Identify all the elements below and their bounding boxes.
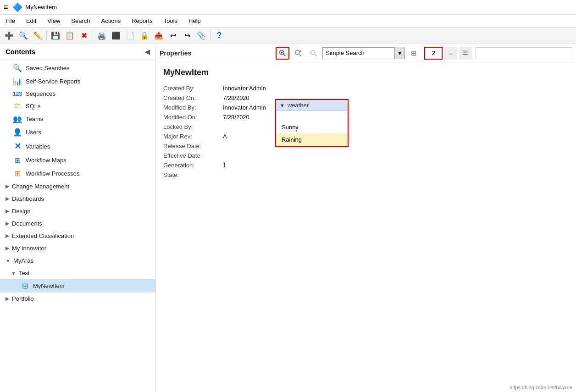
edit-button[interactable]: ✏️ (31, 29, 44, 42)
modified-on-label: Modified On: (163, 114, 223, 121)
search-list-button-2[interactable]: ☰ (459, 47, 472, 60)
dashboards-arrow: ▶ (6, 196, 9, 202)
menu-file[interactable]: File (4, 17, 17, 25)
field-created-on: Created On: 7/28/2020 (163, 94, 569, 101)
design-label: Design (12, 208, 30, 215)
svg-line-1 (283, 54, 286, 56)
section-change-management[interactable]: ▶ Change Management (0, 180, 155, 193)
search-list-button-1[interactable]: ≡ (444, 47, 457, 60)
search-grid-button[interactable]: ⊞ (407, 47, 421, 60)
section-my-aras[interactable]: ▼ MyAras (0, 254, 155, 267)
menu-search[interactable]: Search (69, 17, 92, 25)
menu-actions[interactable]: Actions (100, 17, 123, 25)
add-button[interactable]: ➕ (3, 29, 16, 42)
variables-label: Variables (26, 143, 50, 150)
workflow-maps-label: Workflow Maps (26, 157, 66, 164)
content-area: Properties (156, 44, 576, 392)
sidebar-collapse-button[interactable]: ◀ (145, 48, 150, 55)
extended-classification-arrow: ▶ (6, 233, 9, 239)
search-type-dropdown-arrow[interactable]: ▼ (394, 47, 404, 59)
lock-button[interactable]: 🔒 (138, 29, 151, 42)
field-modified-on: Modified On: 7/28/2020 (163, 114, 569, 121)
field-major-rev: Major Rev: A (163, 133, 569, 140)
dropdown-header-label: weather (288, 102, 309, 109)
redo-button[interactable]: ↪ (181, 29, 194, 42)
sidebar-item-workflow-processes[interactable]: ⊞ Workflow Processes (0, 167, 155, 180)
modified-by-label: Modified By: (163, 104, 223, 111)
search-text-input[interactable] (476, 47, 572, 59)
sidebar-item-saved-searches[interactable]: 🔍 Saved Searches (0, 61, 155, 75)
delete-button[interactable]: ✖ (78, 29, 90, 42)
sidebar-item-variables[interactable]: ✕ Variables (0, 139, 155, 154)
major-rev-value: A (223, 133, 227, 140)
section-design[interactable]: ▶ Design (0, 205, 155, 217)
menu-view[interactable]: View (45, 17, 62, 25)
sqls-label: SQLs (26, 103, 41, 110)
search-run-icon (278, 49, 287, 57)
workflow-processes-icon: ⊞ (13, 169, 22, 178)
dropdown-option-sunny[interactable]: Sunny (276, 121, 348, 133)
sidebar-item-teams[interactable]: 👥 Teams (0, 112, 155, 126)
menu-tools[interactable]: Tools (162, 17, 179, 25)
reports-icon: 📊 (13, 77, 22, 86)
my-aras-arrow: ▼ (6, 258, 11, 264)
share-button[interactable]: 📤 (152, 29, 165, 42)
dropdown-empty-option[interactable] (276, 111, 348, 121)
sidebar-item-sequences[interactable]: 123 Sequences (0, 88, 155, 99)
section-extended-classification[interactable]: ▶ Extended Classification (0, 230, 155, 242)
my-new-item-icon: ⊞ (20, 282, 29, 290)
sidebar-item-workflow-maps[interactable]: ⊞ Workflow Maps (0, 154, 155, 167)
dropdown-option-raining[interactable]: Raining (276, 133, 348, 146)
run-search-button[interactable] (276, 47, 289, 60)
field-state: State: (163, 171, 569, 178)
variables-icon: ✕ (13, 141, 22, 151)
menu-help[interactable]: Help (187, 17, 203, 25)
clip-button[interactable]: 📎 (195, 29, 208, 42)
portfolio-label: Portfolio (12, 295, 34, 302)
print-button[interactable]: 🖨️ (95, 29, 108, 42)
undo-button[interactable]: ↩ (166, 29, 179, 42)
sidebar-item-sqls[interactable]: 🗂 SQLs (0, 99, 155, 112)
locked-by-label: Locked By: (163, 123, 223, 130)
change-management-label: Change Management (12, 183, 69, 190)
search-type-dropdown[interactable]: Simple Search ▼ (322, 47, 405, 59)
section-my-innovator[interactable]: ▶ My Innovator (0, 242, 155, 254)
word-button[interactable]: 📄 (124, 29, 137, 42)
dropdown-raining-label: Raining (282, 136, 302, 143)
search-count-value: 2 (432, 50, 435, 56)
hamburger-btn[interactable]: ≡ (4, 3, 8, 11)
sidebar: Contents ◀ 🔍 Saved Searches 📊 Self-Servi… (0, 44, 156, 392)
search-count-box: 2 (424, 47, 443, 60)
svg-line-5 (315, 54, 317, 56)
excel-button[interactable]: ⬛ (110, 29, 122, 42)
search-config-button[interactable] (291, 47, 305, 60)
workflow-processes-label: Workflow Processes (26, 170, 80, 177)
help-toolbar-button[interactable]: ? (213, 29, 226, 42)
teams-icon: 👥 (13, 115, 22, 123)
sidebar-content: 🔍 Saved Searches 📊 Self-Service Reports … (0, 60, 155, 392)
search-toolbar-button[interactable]: 🔍 (17, 29, 30, 42)
dropdown-header-arrow: ▼ (280, 103, 285, 108)
search-clear-button[interactable] (307, 47, 321, 60)
field-generation: Generation: 1 (163, 162, 569, 169)
bottom-link: https://blog.csdn.net/hwyrne (510, 385, 572, 390)
field-effective-date: Effective Date: (163, 152, 569, 159)
title-bar: ≡ 🔷 MyNewItem (0, 0, 576, 15)
section-documents[interactable]: ▶ Documents (0, 217, 155, 230)
sidebar-item-users[interactable]: 👤 Users (0, 126, 155, 139)
sequences-label: Sequences (26, 90, 55, 97)
section-dashboards[interactable]: ▶ Dashboards (0, 193, 155, 205)
main-layout: Contents ◀ 🔍 Saved Searches 📊 Self-Servi… (0, 44, 576, 392)
sidebar-item-my-new-item[interactable]: ⊞ MyNewItem (0, 279, 155, 293)
reports-label: Self-Service Reports (26, 78, 80, 85)
dropdown-sunny-label: Sunny (282, 124, 299, 131)
design-arrow: ▶ (6, 208, 9, 214)
copy-button[interactable]: 📋 (63, 29, 76, 42)
section-test[interactable]: ▼ Test (0, 267, 155, 279)
sidebar-item-reports[interactable]: 📊 Self-Service Reports (0, 75, 155, 88)
menu-edit[interactable]: Edit (24, 17, 38, 25)
section-portfolio[interactable]: ▶ Portfolio (0, 293, 155, 305)
save-button[interactable]: 💾 (49, 29, 62, 42)
menu-reports[interactable]: Reports (130, 17, 155, 25)
change-management-arrow: ▶ (6, 183, 9, 189)
